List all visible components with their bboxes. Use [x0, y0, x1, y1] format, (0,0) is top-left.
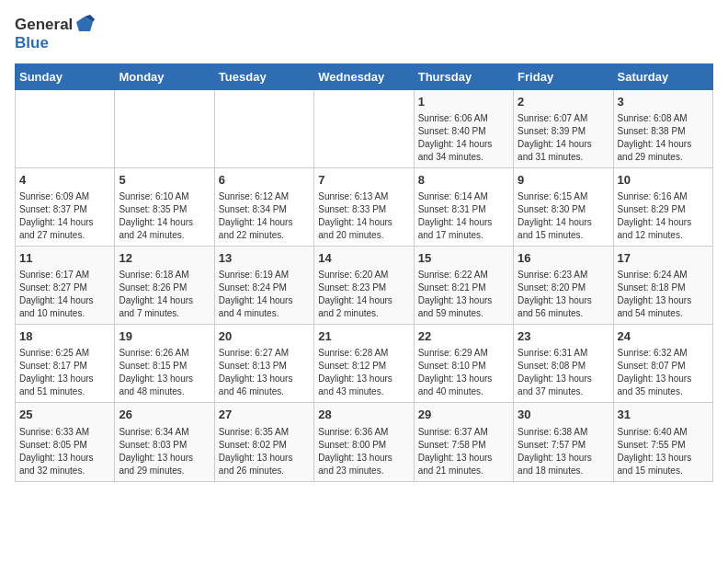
day-number: 6 [219, 172, 310, 189]
day-content: Sunrise: 6:40 AM Sunset: 7:55 PM Dayligh… [618, 426, 709, 477]
logo: General Blue [15, 15, 95, 52]
day-cell: 2Sunrise: 6:07 AM Sunset: 8:39 PM Daylig… [514, 89, 613, 167]
day-cell [115, 89, 214, 167]
day-cell: 7Sunrise: 6:13 AM Sunset: 8:33 PM Daylig… [314, 167, 414, 246]
day-cell: 8Sunrise: 6:14 AM Sunset: 8:31 PM Daylig… [414, 167, 513, 246]
day-cell: 14Sunrise: 6:20 AM Sunset: 8:23 PM Dayli… [314, 247, 414, 325]
day-content: Sunrise: 6:17 AM Sunset: 8:27 PM Dayligh… [19, 269, 110, 320]
day-number: 22 [418, 328, 509, 345]
day-number: 5 [119, 172, 210, 189]
day-content: Sunrise: 6:12 AM Sunset: 8:34 PM Dayligh… [219, 190, 310, 242]
day-cell: 13Sunrise: 6:19 AM Sunset: 8:24 PM Dayli… [214, 247, 313, 325]
day-cell: 20Sunrise: 6:27 AM Sunset: 8:13 PM Dayli… [214, 325, 313, 403]
day-number: 26 [119, 407, 210, 423]
header-cell-friday: Friday [514, 63, 613, 89]
day-content: Sunrise: 6:16 AM Sunset: 8:29 PM Dayligh… [618, 190, 709, 242]
day-cell [214, 89, 313, 167]
header-cell-monday: Monday [115, 63, 214, 89]
day-number: 13 [219, 250, 310, 267]
day-number: 21 [318, 328, 409, 345]
day-number: 10 [618, 172, 709, 189]
header-cell-wednesday: Wednesday [314, 63, 414, 89]
day-number: 1 [418, 94, 509, 110]
day-number: 9 [518, 172, 609, 189]
day-content: Sunrise: 6:27 AM Sunset: 8:13 PM Dayligh… [219, 347, 310, 398]
day-content: Sunrise: 6:25 AM Sunset: 8:17 PM Dayligh… [19, 347, 110, 398]
day-cell: 18Sunrise: 6:25 AM Sunset: 8:17 PM Dayli… [16, 325, 115, 403]
day-cell: 21Sunrise: 6:28 AM Sunset: 8:12 PM Dayli… [314, 325, 414, 403]
day-cell: 27Sunrise: 6:35 AM Sunset: 8:02 PM Dayli… [214, 403, 313, 481]
day-cell: 3Sunrise: 6:08 AM Sunset: 8:38 PM Daylig… [613, 89, 712, 167]
week-row-5: 25Sunrise: 6:33 AM Sunset: 8:05 PM Dayli… [16, 403, 713, 481]
day-content: Sunrise: 6:08 AM Sunset: 8:38 PM Dayligh… [618, 112, 709, 164]
day-content: Sunrise: 6:38 AM Sunset: 7:57 PM Dayligh… [518, 426, 609, 477]
day-cell: 30Sunrise: 6:38 AM Sunset: 7:57 PM Dayli… [514, 403, 613, 481]
logo-general: General [15, 17, 73, 34]
day-number: 30 [518, 407, 609, 423]
day-cell: 16Sunrise: 6:23 AM Sunset: 8:20 PM Dayli… [514, 247, 613, 325]
day-content: Sunrise: 6:07 AM Sunset: 8:39 PM Dayligh… [518, 112, 609, 164]
day-cell: 28Sunrise: 6:36 AM Sunset: 8:00 PM Dayli… [314, 403, 414, 481]
day-number: 31 [618, 407, 709, 423]
day-number: 4 [19, 172, 110, 189]
day-number: 11 [19, 250, 110, 267]
day-content: Sunrise: 6:37 AM Sunset: 7:58 PM Dayligh… [418, 426, 509, 477]
day-cell [16, 89, 115, 167]
header: General Blue [15, 15, 713, 52]
day-number: 2 [518, 94, 609, 110]
header-cell-thursday: Thursday [414, 63, 513, 89]
day-number: 12 [119, 250, 210, 267]
day-number: 29 [418, 407, 509, 423]
week-row-4: 18Sunrise: 6:25 AM Sunset: 8:17 PM Dayli… [16, 325, 713, 403]
day-cell: 11Sunrise: 6:17 AM Sunset: 8:27 PM Dayli… [16, 247, 115, 325]
week-row-3: 11Sunrise: 6:17 AM Sunset: 8:27 PM Dayli… [16, 247, 713, 325]
logo-text: General Blue [15, 15, 95, 52]
day-cell: 23Sunrise: 6:31 AM Sunset: 8:08 PM Dayli… [514, 325, 613, 403]
day-content: Sunrise: 6:36 AM Sunset: 8:00 PM Dayligh… [318, 426, 409, 477]
day-number: 23 [518, 328, 609, 345]
day-number: 20 [219, 328, 310, 345]
week-row-1: 1Sunrise: 6:06 AM Sunset: 8:40 PM Daylig… [16, 89, 713, 167]
day-number: 28 [318, 407, 409, 423]
header-row: SundayMondayTuesdayWednesdayThursdayFrid… [16, 63, 713, 89]
header-cell-sunday: Sunday [16, 63, 115, 89]
day-content: Sunrise: 6:18 AM Sunset: 8:26 PM Dayligh… [119, 269, 210, 320]
logo-blue: Blue [15, 35, 95, 52]
day-number: 3 [618, 94, 709, 110]
day-cell: 22Sunrise: 6:29 AM Sunset: 8:10 PM Dayli… [414, 325, 513, 403]
day-content: Sunrise: 6:31 AM Sunset: 8:08 PM Dayligh… [518, 347, 609, 398]
day-content: Sunrise: 6:09 AM Sunset: 8:37 PM Dayligh… [19, 190, 110, 242]
day-cell: 5Sunrise: 6:10 AM Sunset: 8:35 PM Daylig… [115, 167, 214, 246]
day-content: Sunrise: 6:13 AM Sunset: 8:33 PM Dayligh… [318, 190, 409, 242]
day-cell: 19Sunrise: 6:26 AM Sunset: 8:15 PM Dayli… [115, 325, 214, 403]
day-number: 7 [318, 172, 409, 189]
day-content: Sunrise: 6:24 AM Sunset: 8:18 PM Dayligh… [618, 269, 709, 320]
day-cell: 12Sunrise: 6:18 AM Sunset: 8:26 PM Dayli… [115, 247, 214, 325]
day-number: 25 [19, 407, 110, 423]
day-cell: 9Sunrise: 6:15 AM Sunset: 8:30 PM Daylig… [514, 167, 613, 246]
day-cell: 29Sunrise: 6:37 AM Sunset: 7:58 PM Dayli… [414, 403, 513, 481]
logo-bird-icon [74, 15, 95, 35]
day-cell: 24Sunrise: 6:32 AM Sunset: 8:07 PM Dayli… [613, 325, 712, 403]
day-cell [314, 89, 414, 167]
week-row-2: 4Sunrise: 6:09 AM Sunset: 8:37 PM Daylig… [16, 167, 713, 246]
header-cell-tuesday: Tuesday [214, 63, 313, 89]
day-content: Sunrise: 6:32 AM Sunset: 8:07 PM Dayligh… [618, 347, 709, 398]
day-content: Sunrise: 6:15 AM Sunset: 8:30 PM Dayligh… [518, 190, 609, 242]
day-cell: 10Sunrise: 6:16 AM Sunset: 8:29 PM Dayli… [613, 167, 712, 246]
day-number: 17 [618, 250, 709, 267]
day-content: Sunrise: 6:28 AM Sunset: 8:12 PM Dayligh… [318, 347, 409, 398]
day-cell: 6Sunrise: 6:12 AM Sunset: 8:34 PM Daylig… [214, 167, 313, 246]
day-number: 14 [318, 250, 409, 267]
day-cell: 4Sunrise: 6:09 AM Sunset: 8:37 PM Daylig… [16, 167, 115, 246]
day-number: 15 [418, 250, 509, 267]
day-content: Sunrise: 6:22 AM Sunset: 8:21 PM Dayligh… [418, 269, 509, 320]
day-content: Sunrise: 6:10 AM Sunset: 8:35 PM Dayligh… [119, 190, 210, 242]
day-cell: 26Sunrise: 6:34 AM Sunset: 8:03 PM Dayli… [115, 403, 214, 481]
day-content: Sunrise: 6:34 AM Sunset: 8:03 PM Dayligh… [119, 426, 210, 477]
day-number: 24 [618, 328, 709, 345]
day-number: 27 [219, 407, 310, 423]
day-content: Sunrise: 6:26 AM Sunset: 8:15 PM Dayligh… [119, 347, 210, 398]
calendar-table: SundayMondayTuesdayWednesdayThursdayFrid… [15, 63, 713, 482]
day-cell: 25Sunrise: 6:33 AM Sunset: 8:05 PM Dayli… [16, 403, 115, 481]
